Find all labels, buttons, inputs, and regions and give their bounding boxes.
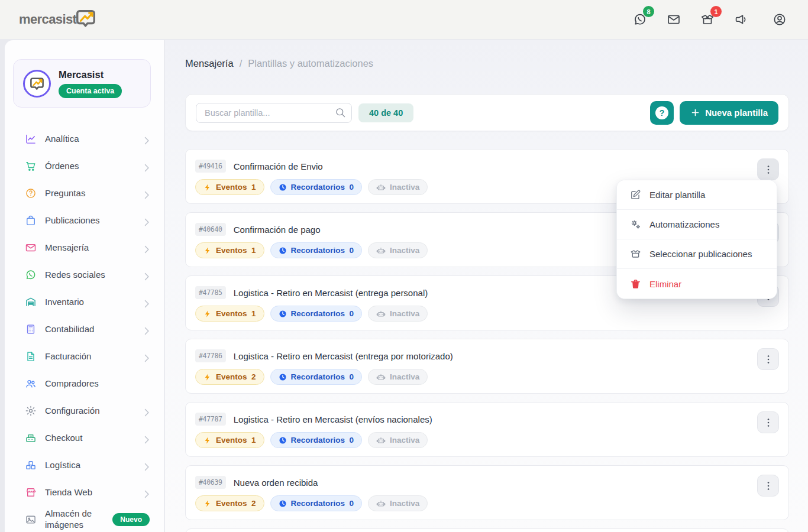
chevron-right-icon xyxy=(141,407,150,416)
sidebar-item-configuraci-n[interactable]: Configuración xyxy=(5,397,164,424)
package-button[interactable]: 1 xyxy=(698,10,717,29)
menu-item-editar-plantilla[interactable]: Editar plantilla xyxy=(617,180,777,210)
menu-item-seleccionar-publicaciones[interactable]: Seleccionar publicaciones xyxy=(617,239,777,269)
users-icon xyxy=(25,378,37,390)
megaphone-icon xyxy=(734,12,748,27)
breadcrumb-separator: / xyxy=(240,58,243,69)
notification-badge: 8 xyxy=(643,6,654,17)
trash-icon xyxy=(630,278,641,290)
help-button[interactable]: ? xyxy=(650,101,674,125)
recordatorios-badge: Recordatorios 0 xyxy=(270,495,363,511)
bolt-icon xyxy=(203,436,212,445)
template-title: Confirmación de Envio xyxy=(234,161,323,171)
search-input[interactable] xyxy=(196,103,352,123)
sidebar-item-label: Logística xyxy=(45,460,80,471)
card-menu-button[interactable] xyxy=(757,411,779,433)
sidebar-item-facturaci-n[interactable]: Facturación xyxy=(5,343,164,370)
sidebar: Mercasist Cuenta activa AnalíticaÓrdenes… xyxy=(5,40,164,532)
sidebar-item-label: Redes sociales xyxy=(45,270,105,281)
chevron-right-icon xyxy=(141,162,153,174)
chevron-right-icon xyxy=(141,162,150,171)
sidebar-item-preguntas[interactable]: Preguntas xyxy=(5,180,164,207)
envelope-icon xyxy=(25,242,37,254)
eventos-badge: Eventos 1 xyxy=(195,242,264,258)
eventos-badge: Eventos 1 xyxy=(195,179,264,195)
template-count-badge: 40 de 40 xyxy=(358,103,413,122)
status-badge: Inactiva xyxy=(368,432,428,448)
menu-item-label: Automatizaciones xyxy=(649,219,719,229)
register-icon xyxy=(25,432,37,444)
status-badge: Inactiva xyxy=(368,369,428,385)
account-card[interactable]: Mercasist Cuenta activa xyxy=(13,59,151,108)
card-menu-button[interactable] xyxy=(757,348,779,370)
storefront-icon xyxy=(25,486,37,498)
sidebar-item-log-stica[interactable]: Logística xyxy=(5,452,164,479)
mercasist-mark-icon xyxy=(29,76,45,92)
template-card-header: #47786Logistica - Retiro en Mercasist (e… xyxy=(195,349,779,362)
sidebar-item-tienda-web[interactable]: Tienda Web xyxy=(5,479,164,506)
sidebar-item-anal-tica[interactable]: Analítica xyxy=(5,125,164,153)
eventos-badge: Eventos 2 xyxy=(195,495,264,511)
template-id-badge: #49416 xyxy=(195,160,226,173)
new-template-button[interactable]: Nueva plantilla xyxy=(680,101,778,125)
template-id-badge: #47785 xyxy=(195,286,226,299)
whatsapp-button[interactable]: 8 xyxy=(631,10,649,29)
menu-item-eliminar[interactable]: Eliminar xyxy=(617,269,777,299)
sidebar-item-contabilidad[interactable]: Contabilidad xyxy=(5,316,164,343)
sidebar-item-mensajer-a[interactable]: Mensajería xyxy=(5,234,164,261)
analytics-icon xyxy=(25,133,37,145)
menu-item-automatizaciones[interactable]: Automatizaciones xyxy=(617,210,777,239)
chevron-right-icon xyxy=(141,325,150,334)
menu-item-label: Eliminar xyxy=(649,279,681,289)
sidebar-item--rdenes[interactable]: Órdenes xyxy=(5,153,164,180)
template-card[interactable]: #40639Nueva orden recibidaEventos 2Recor… xyxy=(185,465,789,520)
edit-icon xyxy=(630,189,641,200)
card-menu-button[interactable] xyxy=(757,158,779,180)
plus-icon xyxy=(690,108,700,118)
mail-button[interactable] xyxy=(664,10,683,29)
bag-icon xyxy=(25,215,37,226)
context-menu: Editar plantillaAutomatizacionesSeleccio… xyxy=(616,180,777,299)
sidebar-item-almac-n-de-im-genes[interactable]: Almacén de imágenesNuevo xyxy=(5,506,164,532)
analytics-icon xyxy=(25,133,37,145)
sidebar-item-redes-sociales[interactable]: Redes sociales xyxy=(5,261,164,288)
account-button[interactable] xyxy=(770,10,789,29)
template-card[interactable]: #47786Logistica - Retiro en Mercasist (e… xyxy=(185,339,789,394)
recordatorios-badge: Recordatorios 0 xyxy=(270,432,363,448)
template-title: Logistica - Retiro en Mercasist (envíos … xyxy=(234,414,432,424)
sidebar-item-label: Almacén de imágenes xyxy=(45,508,99,531)
robot-icon xyxy=(376,499,386,508)
chevron-right-icon xyxy=(141,434,153,446)
edit-icon xyxy=(630,189,641,200)
breadcrumb-current[interactable]: Mensajería xyxy=(185,58,234,69)
dots-vertical-icon xyxy=(762,417,774,429)
card-menu-button[interactable] xyxy=(757,475,779,497)
clock-icon xyxy=(279,310,287,318)
template-title: Logistica - Retiro en Mercasist (entrega… xyxy=(234,351,453,361)
app-logo[interactable]: mercasist xyxy=(19,9,97,30)
clock-icon xyxy=(279,436,287,445)
megaphone-button[interactable] xyxy=(732,10,751,29)
menu-item-label: Editar plantilla xyxy=(649,190,705,200)
sidebar-item-label: Configuración xyxy=(45,406,100,417)
bolt-icon xyxy=(203,499,212,508)
template-card-header: #49416Confirmación de Envio xyxy=(195,160,779,173)
template-card-partial[interactable] xyxy=(185,528,789,532)
sidebar-item-checkout[interactable]: Checkout xyxy=(5,424,164,452)
sidebar-item-inventario[interactable]: Inventario xyxy=(5,288,164,316)
account-avatar xyxy=(23,70,51,98)
template-badges: Eventos 2Recordatorios 0Inactiva xyxy=(195,369,779,385)
sidebar-item-label: Checkout xyxy=(45,433,82,444)
template-card[interactable]: #47787Logistica - Retiro en Mercasist (e… xyxy=(185,402,789,457)
sidebar-item-compradores[interactable]: Compradores xyxy=(5,370,164,397)
search-box xyxy=(196,103,352,123)
chevron-right-icon xyxy=(141,488,150,497)
sidebar-item-publicaciones[interactable]: Publicaciones xyxy=(5,207,164,234)
calculator-icon xyxy=(25,323,37,335)
template-id-badge: #47786 xyxy=(195,349,226,362)
boxes-icon xyxy=(25,459,37,471)
boxes-icon xyxy=(25,459,37,471)
status-badge: Inactiva xyxy=(368,242,428,258)
status-badge: Inactiva xyxy=(368,306,428,322)
gears-icon xyxy=(630,219,641,230)
